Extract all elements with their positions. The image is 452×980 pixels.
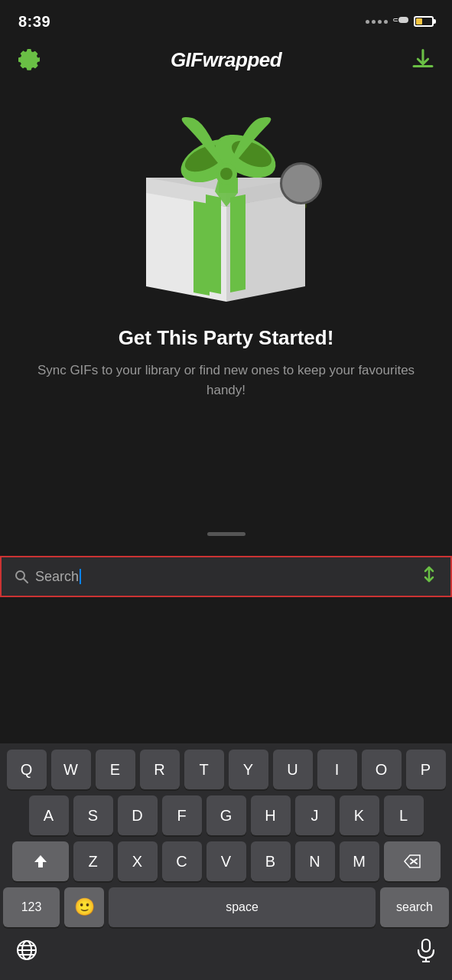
key-q[interactable]: Q bbox=[7, 750, 47, 789]
key-w[interactable]: W bbox=[51, 750, 91, 789]
key-o[interactable]: O bbox=[362, 750, 402, 789]
sort-button[interactable] bbox=[420, 565, 438, 588]
key-d[interactable]: D bbox=[118, 795, 158, 835]
key-m[interactable]: M bbox=[340, 841, 379, 881]
key-l[interactable]: L bbox=[384, 795, 424, 835]
key-y[interactable]: Y bbox=[229, 750, 268, 789]
status-icons bbox=[366, 15, 434, 28]
key-g[interactable]: G bbox=[206, 795, 246, 835]
key-v[interactable]: V bbox=[206, 841, 246, 881]
keyboard-bottom bbox=[3, 933, 449, 980]
globe-icon[interactable] bbox=[15, 939, 38, 967]
keyboard-row-3: Z X C V B N M bbox=[3, 841, 449, 881]
svg-marker-15 bbox=[206, 194, 221, 294]
keyboard-row-4: 123 🙂 space search bbox=[3, 887, 449, 927]
key-u[interactable]: U bbox=[273, 750, 313, 789]
key-numbers[interactable]: 123 bbox=[3, 887, 60, 927]
signal-dot-2 bbox=[372, 20, 376, 24]
key-shift[interactable] bbox=[12, 841, 69, 881]
battery-icon bbox=[414, 16, 434, 27]
key-h[interactable]: H bbox=[251, 795, 291, 835]
key-k[interactable]: K bbox=[340, 795, 379, 835]
hero-title: Get This Party Started! bbox=[119, 326, 334, 350]
hero-subtitle: Sync GIFs to your library or find new on… bbox=[31, 361, 421, 400]
key-a[interactable]: A bbox=[29, 795, 69, 835]
search-icon bbox=[14, 569, 29, 584]
gift-illustration bbox=[138, 101, 314, 308]
key-i[interactable]: I bbox=[317, 750, 357, 789]
keyboard-row-1: Q W E R T Y U I O P bbox=[3, 750, 449, 789]
microphone-icon[interactable] bbox=[415, 938, 437, 968]
key-search[interactable]: search bbox=[380, 887, 449, 927]
key-j[interactable]: J bbox=[295, 795, 335, 835]
key-f[interactable]: F bbox=[162, 795, 202, 835]
key-backspace[interactable] bbox=[384, 841, 441, 881]
key-n[interactable]: N bbox=[295, 841, 335, 881]
download-button[interactable] bbox=[409, 46, 437, 74]
search-bar-inner: Search bbox=[14, 569, 420, 585]
search-input[interactable]: Search bbox=[35, 569, 420, 585]
battery-fill bbox=[416, 18, 422, 24]
signal-dots bbox=[366, 20, 388, 24]
key-p[interactable]: P bbox=[406, 750, 446, 789]
header: GIFwrapped bbox=[0, 40, 452, 86]
signal-dot-1 bbox=[366, 20, 369, 24]
signal-dot-4 bbox=[384, 20, 388, 24]
svg-rect-33 bbox=[422, 939, 430, 952]
signal-dot-3 bbox=[378, 20, 382, 24]
keyboard: Q W E R T Y U I O P A S D F G H J K L Z … bbox=[0, 743, 452, 980]
key-z[interactable]: Z bbox=[73, 841, 113, 881]
svg-point-22 bbox=[220, 168, 233, 180]
key-e[interactable]: E bbox=[96, 750, 135, 789]
key-c[interactable]: C bbox=[162, 841, 202, 881]
hero-section: Get This Party Started! Sync GIFs to you… bbox=[0, 86, 452, 415]
key-r[interactable]: R bbox=[140, 750, 180, 789]
svg-marker-16 bbox=[230, 194, 246, 292]
drag-handle[interactable] bbox=[207, 532, 246, 536]
status-bar: 8:39 bbox=[0, 0, 452, 40]
settings-button[interactable] bbox=[15, 46, 43, 74]
key-s[interactable]: S bbox=[73, 795, 113, 835]
cursor bbox=[80, 569, 81, 584]
link-icon bbox=[392, 15, 409, 28]
record-button[interactable] bbox=[280, 162, 322, 204]
keyboard-row-2: A S D F G H J K L bbox=[3, 795, 449, 835]
key-b[interactable]: B bbox=[251, 841, 291, 881]
app-title: GIFwrapped bbox=[171, 48, 281, 72]
status-time: 8:39 bbox=[18, 13, 50, 31]
key-t[interactable]: T bbox=[184, 750, 224, 789]
search-bar[interactable]: Search bbox=[0, 556, 452, 597]
key-space[interactable]: space bbox=[109, 887, 376, 927]
svg-line-24 bbox=[24, 579, 28, 583]
key-emoji[interactable]: 🙂 bbox=[64, 887, 104, 927]
key-x[interactable]: X bbox=[118, 841, 158, 881]
search-section: Search bbox=[0, 532, 452, 597]
